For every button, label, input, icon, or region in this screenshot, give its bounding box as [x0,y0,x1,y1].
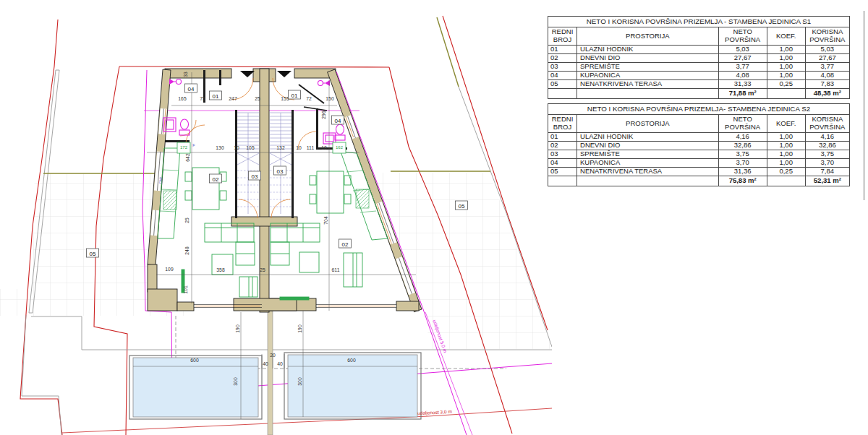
total-neto: 75,83 m² [718,176,767,186]
dim-label: 130 [216,145,224,150]
total-korisna: 52,31 m² [805,176,849,186]
room-number: 02 [342,241,349,248]
entrance-arrow-left [240,71,255,77]
dim-label: 33 [183,72,188,77]
room-number: 05 [90,251,96,257]
col-header-korisna: KORISNA POVRŠINA [805,27,849,46]
dim-label: 10 [296,145,302,150]
room-number: 01 [292,92,298,99]
col-header-korisna: KORISNA POVRŠINA [805,115,849,133]
room-label: 02 [210,174,222,183]
floor-plan: 1657524725155721503329664225248704109101… [0,0,552,435]
table-title: NETO I KORISNA POVRŠINA PRIZEMLJA - STAM… [548,17,850,27]
dim-label: 600 [190,358,199,363]
dim-label: 109 [165,267,174,272]
pool-divider-wall [268,311,273,435]
room-label: 04 [185,84,197,92]
col-header-prostorija: PROSTORIJA [577,115,719,133]
room-number: 03 [277,168,284,175]
dim-label: 72 [306,96,312,101]
table-row: 04KUPAONICA3,701,003,70 [548,159,850,168]
dim-label: 704 [323,216,328,225]
terrace-grid-left-low [0,289,33,316]
total-neto: 71,88 m² [718,89,767,99]
dim-label: 600 [347,358,356,363]
dim-label: 105 [246,145,255,150]
room-number: 05 [459,203,465,210]
kitchen-sink-label: 172 [180,145,188,150]
col-header-redni-broj: REDNI BROJ [548,27,577,46]
area-tables: NETO I KORISNA POVRŠINA PRIZEMLJA - STAM… [548,16,850,191]
table-row: 05NENATKRIVENA TERASA31,330,257,83 [548,80,850,89]
entrance-arrow-right [277,71,292,77]
center-party-wall [260,69,269,312]
sofa-right [271,223,320,265]
room-label: 03 [249,171,261,180]
dim-label: 248 [184,246,190,255]
dim-label: 296 [321,111,326,119]
dim-label: 190 [235,324,240,333]
kitchen-sink-label: 162 [336,145,344,150]
room-label: 05 [456,201,468,210]
room-label: 02 [339,239,352,248]
dim-label: 132 [276,145,285,150]
dining-set-right [310,171,351,213]
dim-label: 300 [233,377,238,386]
architectural-sheet: 1657524725155721503329664225248704109101… [0,0,868,435]
table-row: 02DNEVNI DIO32,861,0032,86 [548,142,850,150]
table-row: 02DNEVNI DIO27,671,0027,67 [548,54,850,63]
col-header-prostorija: PROSTORIJA [577,27,719,46]
furniture-label: DW [158,176,163,184]
floor-plan-svg: 1657524725155721503329664225248704109101… [0,0,552,435]
col-header-redni-broj: REDNI BROJ [548,115,577,133]
dim-label: 165 [178,96,187,101]
table-row: 05NENATKRIVENA TERASA31,360,257,84 [548,168,850,176]
table-row: 03SPREMIŠTE3,751,003,75 [548,150,850,159]
dim-label: 40 [277,361,283,366]
dim-label: 25 [260,267,265,272]
dim-label: 25 [255,96,260,101]
col-header-koef: KOEF. [767,27,805,46]
dim-label: 40 [263,361,268,366]
table-row: 03SPREMIŠTE3,771,003,77 [548,63,850,72]
room-number: 03 [252,173,258,180]
dim-label: 247 [229,96,237,101]
total-korisna: 48,38 m² [805,89,849,99]
room-number: 04 [335,118,341,124]
room-label: 03 [274,166,286,175]
sheet-frame-line [864,11,864,200]
table-row: 04KUPAONICA4,081,004,08 [548,72,850,80]
room-label: 05 [87,249,99,257]
table-title: NETO I KORISNA POVRŠINA PRIZEMLJA- STAMB… [548,104,850,115]
area-table-s1: NETO I KORISNA POVRŠINA PRIZEMLJA - STAM… [548,16,850,99]
dim-label: 150 [326,96,334,101]
col-header-koef: KOEF. [767,115,805,133]
dim-label: 358 [216,267,225,272]
dim-label: 300 [297,377,302,386]
dim-label: 10 [321,145,327,150]
area-table-s2: NETO I KORISNA POVRŠINA PRIZEMLJA- STAMB… [548,103,850,186]
tv-units [182,253,362,300]
dim-label: 20 [270,353,276,358]
col-header-neto: NETO POVRŠINA [718,27,767,46]
dim-label: 75 [200,96,205,101]
dim-label: 101 [183,285,188,294]
dim-label: 190 [297,324,302,333]
furniture-label: F [192,143,195,147]
dim-label: 642 [185,153,190,162]
room-label: 01 [210,91,222,100]
room-number: 02 [213,176,219,183]
table-row: 01ULAZNI HODNIK5,031,005,03 [548,46,850,54]
dim-label: 25 [184,218,190,223]
dim-label: 10 [234,145,239,150]
pool-left [129,356,262,419]
room-number: 01 [213,93,219,100]
dim-label: 611 [332,267,340,272]
dim-label: 111 [307,145,315,150]
room-label: 04 [332,116,344,124]
col-header-neto: NETO POVRŠINA [718,115,767,133]
room-label: 01 [289,90,301,99]
room-number: 04 [188,86,195,92]
table-row: 01ULAZNI HODNIK4,161,004,16 [548,133,850,142]
